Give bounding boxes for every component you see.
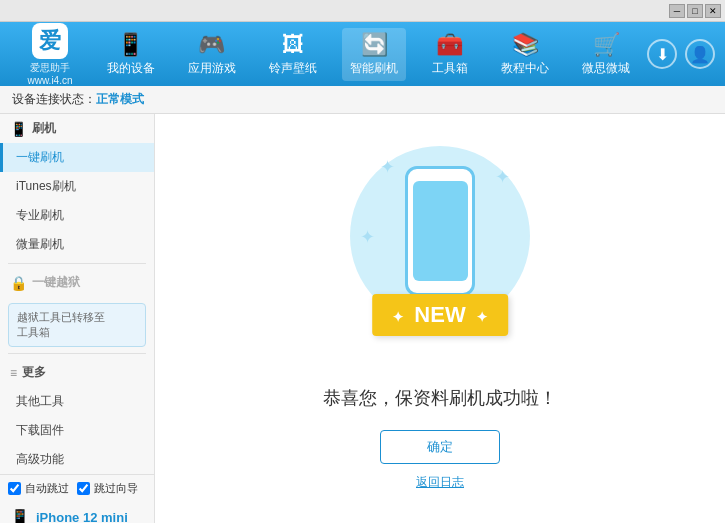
weidian-icon: 🛒: [593, 32, 620, 58]
auto-skip-checkbox[interactable]: 自动跳过: [8, 481, 69, 496]
sidebar-locked-label: 一键越狱: [32, 274, 80, 291]
sidebar-item-advanced[interactable]: 高级功能: [0, 445, 154, 474]
sidebar-info-text: 越狱工具已转移至工具箱: [17, 311, 105, 338]
sparkle-1: ✦: [380, 156, 395, 178]
sidebar-item-wipe-label: 微量刷机: [16, 237, 64, 251]
logo-text-line2: www.i4.cn: [27, 75, 72, 86]
status-bar: 设备连接状态： 正常模式: [0, 86, 725, 114]
phone-screen: [413, 181, 468, 281]
nav-item-toolbox[interactable]: 🧰 工具箱: [424, 28, 476, 81]
sidebar-divider-1: [8, 263, 146, 264]
confirm-button[interactable]: 确定: [380, 430, 500, 464]
user-button[interactable]: 👤: [685, 39, 715, 69]
auto-skip-label: 自动跳过: [25, 481, 69, 496]
sidebar-item-one-click-flash[interactable]: 一键刷机: [0, 143, 154, 172]
nav-item-tutorial[interactable]: 📚 教程中心: [493, 28, 557, 81]
nav-item-apps-games[interactable]: 🎮 应用游戏: [180, 28, 244, 81]
nav-item-my-device-label: 我的设备: [107, 60, 155, 77]
phone-body: [405, 166, 475, 296]
download-button[interactable]: ⬇: [647, 39, 677, 69]
sidebar-section-flash-label: 刷机: [32, 120, 56, 137]
sidebar-item-wipe-flash[interactable]: 微量刷机: [0, 230, 154, 259]
sidebar-item-one-click-label: 一键刷机: [16, 150, 64, 164]
sidebar-section-more: ≡ 更多: [0, 358, 154, 387]
status-prefix: 设备连接状态：: [12, 91, 96, 108]
sidebar-main: 📱 刷机 一键刷机 iTunes刷机 专业刷机 微量刷机: [0, 114, 154, 474]
sidebar: 📱 刷机 一键刷机 iTunes刷机 专业刷机 微量刷机: [0, 114, 155, 523]
toolbox-icon: 🧰: [436, 32, 463, 58]
sidebar-divider-2: [8, 353, 146, 354]
nav-items: 📱 我的设备 🎮 应用游戏 🖼 铃声壁纸 🔄 智能刷机 🧰 工具箱 📚 教程中心…: [90, 28, 647, 81]
nav-item-smart-flash[interactable]: 🔄 智能刷机: [342, 28, 406, 81]
sidebar-full: 📱 刷机 一键刷机 iTunes刷机 专业刷机 微量刷机: [0, 114, 154, 523]
sidebar-item-download-fw[interactable]: 下载固件: [0, 416, 154, 445]
sidebar-item-other-tools[interactable]: 其他工具: [0, 387, 154, 416]
logo-icon: 爱: [32, 23, 68, 59]
lock-icon: 🔒: [10, 275, 27, 291]
more-section-icon: ≡: [10, 366, 17, 380]
device-info: 📱 iPhone 12 mini 64GB Down-12mini-13,1: [0, 502, 154, 523]
device-icon-small: 📱: [10, 508, 30, 523]
sparkle-3: ✦: [360, 226, 375, 248]
skip-wizard-label: 跳过向导: [94, 481, 138, 496]
close-button[interactable]: ✕: [705, 4, 721, 18]
flash-section-icon: 📱: [10, 121, 27, 137]
sidebar-item-pro-flash[interactable]: 专业刷机: [0, 201, 154, 230]
nav-right-buttons: ⬇ 👤: [647, 39, 715, 69]
auto-skip-input[interactable]: [8, 482, 21, 495]
nav-item-weidian[interactable]: 🛒 微思微城: [574, 28, 638, 81]
nav-item-wallpaper-label: 铃声壁纸: [269, 60, 317, 77]
nav-item-wallpaper[interactable]: 🖼 铃声壁纸: [261, 28, 325, 81]
phone-illustration: ✦ ✦ ✦ NEW: [340, 146, 540, 366]
sidebar-item-download-fw-label: 下载固件: [16, 423, 64, 437]
nav-bar: 爱 爱思助手 www.i4.cn 📱 我的设备 🎮 应用游戏 🖼 铃声壁纸 🔄 …: [0, 22, 725, 86]
nav-item-toolbox-label: 工具箱: [432, 60, 468, 77]
minimize-button[interactable]: ─: [669, 4, 685, 18]
sidebar-item-advanced-label: 高级功能: [16, 452, 64, 466]
new-label: NEW: [414, 302, 465, 327]
nav-item-apps-games-label: 应用游戏: [188, 60, 236, 77]
back-link[interactable]: 返回日志: [416, 474, 464, 491]
maximize-button[interactable]: □: [687, 4, 703, 18]
nav-item-my-device[interactable]: 📱 我的设备: [99, 28, 163, 81]
sidebar-item-pro-label: 专业刷机: [16, 208, 64, 222]
device-name: iPhone 12 mini: [36, 510, 128, 523]
sidebar-info-box: 越狱工具已转移至工具箱: [8, 303, 146, 347]
sidebar-locked-section: 🔒 一键越狱: [0, 268, 154, 297]
apps-icon: 🎮: [198, 32, 225, 58]
sidebar-footer: 自动跳过 跳过向导 📱 iPhone 12 mini 64GB Down-12m…: [0, 474, 154, 523]
new-ribbon: NEW: [372, 294, 508, 336]
sidebar-section-flash: 📱 刷机: [0, 114, 154, 143]
status-value: 正常模式: [96, 91, 144, 108]
nav-item-smart-flash-label: 智能刷机: [350, 60, 398, 77]
sidebar-section-more-label: 更多: [22, 364, 46, 381]
skip-wizard-checkbox[interactable]: 跳过向导: [77, 481, 138, 496]
skip-wizard-input[interactable]: [77, 482, 90, 495]
nav-item-weidian-label: 微思微城: [582, 60, 630, 77]
main-content: 📱 刷机 一键刷机 iTunes刷机 专业刷机 微量刷机: [0, 114, 725, 523]
success-text: 恭喜您，保资料刷机成功啦！: [323, 386, 557, 410]
tutorial-icon: 📚: [512, 32, 539, 58]
center-area: ✦ ✦ ✦ NEW 恭喜您，保资料刷机成功啦！ 确定 返回日志: [155, 114, 725, 523]
nav-item-tutorial-label: 教程中心: [501, 60, 549, 77]
sidebar-item-itunes-label: iTunes刷机: [16, 179, 76, 193]
smart-flash-icon: 🔄: [361, 32, 388, 58]
app-logo: 爱 爱思助手 www.i4.cn: [10, 23, 90, 86]
wallpaper-icon: 🖼: [282, 32, 304, 58]
sidebar-item-other-tools-label: 其他工具: [16, 394, 64, 408]
device-icon: 📱: [117, 32, 144, 58]
title-bar: ─ □ ✕: [0, 0, 725, 22]
sparkle-2: ✦: [495, 166, 510, 188]
sidebar-item-itunes-flash[interactable]: iTunes刷机: [0, 172, 154, 201]
logo-text-line1: 爱思助手: [30, 61, 70, 75]
checkbox-row: 自动跳过 跳过向导: [0, 475, 154, 502]
